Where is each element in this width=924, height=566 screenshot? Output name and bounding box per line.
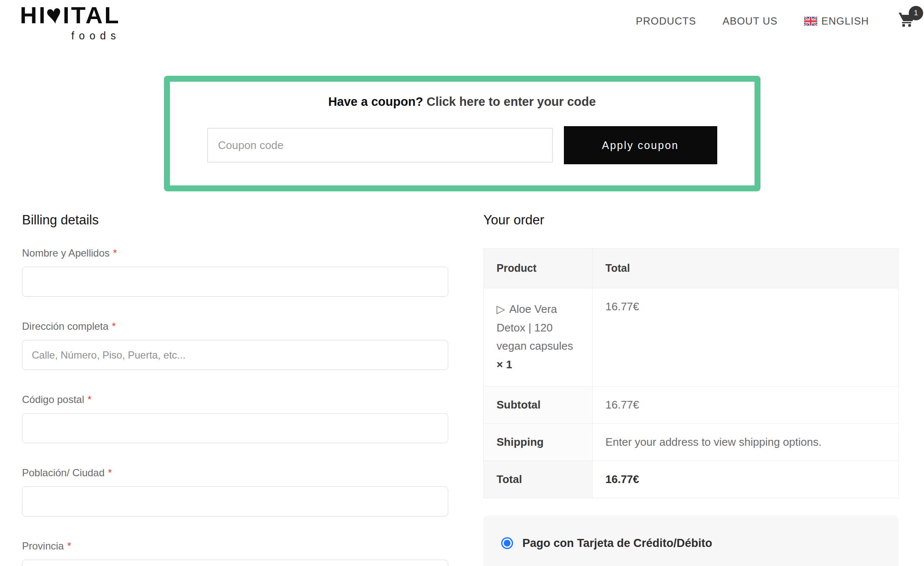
heart-icon: ♥ [44,0,66,29]
field-city: Población/ Ciudad* [22,467,448,516]
product-column-header: Product [484,248,593,288]
logo-wordmark: HI♥ITAL [20,3,121,27]
subtotal-row: Subtotal 16.77€ [484,386,899,423]
cart-button[interactable]: 1 [898,11,917,31]
cart-count-badge: 1 [909,6,923,20]
total-column-header: Total [593,248,899,288]
logo-subtitle: foods [20,30,121,42]
city-input[interactable] [22,486,448,516]
required-marker: * [112,320,116,332]
shipping-row: Shipping Enter your address to view ship… [484,423,899,461]
radio-dot [504,540,511,547]
payment-method-label: Pago con Tarjeta de Crédito/Débito [522,537,712,550]
total-row: Total 16.77€ [484,461,899,498]
checkout-main: Billing details Nombre y Apellidos* Dire… [0,191,924,566]
required-marker: * [108,467,112,478]
coupon-prompt: Have a coupon? Click here to enter your … [170,95,755,109]
apply-coupon-button[interactable]: Apply coupon [564,126,717,164]
site-logo[interactable]: HI♥ITAL foods [20,3,121,42]
field-label: Dirección completa* [22,320,448,332]
shipping-label: Shipping [484,423,593,461]
subtotal-label: Subtotal [484,386,593,423]
field-postal-code: Código postal* [22,394,448,443]
billing-title: Billing details [22,213,448,228]
postal-code-input[interactable] [22,413,448,443]
required-marker: * [88,394,92,405]
coupon-form: Apply coupon [170,126,755,164]
coupon-banner: Have a coupon? Click here to enter your … [164,76,760,191]
field-label: Población/ Ciudad* [22,467,448,479]
field-label: Provincia* [22,540,448,552]
subtotal-value: 16.77€ [593,386,899,423]
order-item-product: ▷Aloe Vera Detox | 120 vegan capsules × … [484,288,593,387]
field-province: Provincia* [22,540,448,566]
billing-section: Billing details Nombre y Apellidos* Dire… [22,213,448,566]
required-marker: * [113,247,117,259]
order-section: Your order Product Total ▷Aloe Vera Deto… [483,213,899,566]
uk-flag-icon [804,17,817,26]
language-label: ENGLISH [821,15,869,27]
nav-products[interactable]: PRODUCTS [636,15,696,27]
coupon-prompt-question: Have a coupon? [328,95,423,108]
order-title: Your order [483,213,899,228]
total-value: 16.77€ [593,461,899,498]
site-header: HI♥ITAL foods PRODUCTS ABOUT US ENGLISH … [0,0,924,44]
field-label: Código postal* [22,394,448,406]
order-item-total: 16.77€ [593,288,899,387]
payment-methods-panel: Pago con Tarjeta de Crédito/Débito [483,516,899,566]
required-marker: * [67,540,71,552]
order-item-row: ▷Aloe Vera Detox | 120 vegan capsules × … [484,288,899,387]
language-switcher[interactable]: ENGLISH [804,15,869,27]
total-label: Total [484,461,593,498]
field-address: Dirección completa* [22,320,448,370]
province-input[interactable] [22,560,448,566]
address-input[interactable] [22,340,448,370]
order-item-quantity: × 1 [497,358,512,371]
full-name-input[interactable] [22,267,448,297]
billing-form: Nombre y Apellidos* Dirección completa* … [22,247,448,566]
payment-option-card[interactable]: Pago con Tarjeta de Crédito/Débito [501,537,881,550]
coupon-code-input[interactable] [207,128,553,163]
payment-radio-selected[interactable] [501,537,513,549]
main-nav: PRODUCTS ABOUT US ENGLISH 1 [636,11,917,31]
field-label: Nombre y Apellidos* [22,247,448,259]
nav-about-us[interactable]: ABOUT US [722,15,777,27]
triangle-icon: ▷ [497,303,505,315]
order-summary-table: Product Total ▷Aloe Vera Detox | 120 veg… [483,248,899,498]
field-full-name: Nombre y Apellidos* [22,247,448,297]
shipping-value: Enter your address to view shipping opti… [593,423,899,461]
order-header-row: Product Total [484,248,899,288]
order-item-name: Aloe Vera Detox | 120 vegan capsules [497,303,573,352]
coupon-toggle-link[interactable]: Click here to enter your code [427,95,596,108]
